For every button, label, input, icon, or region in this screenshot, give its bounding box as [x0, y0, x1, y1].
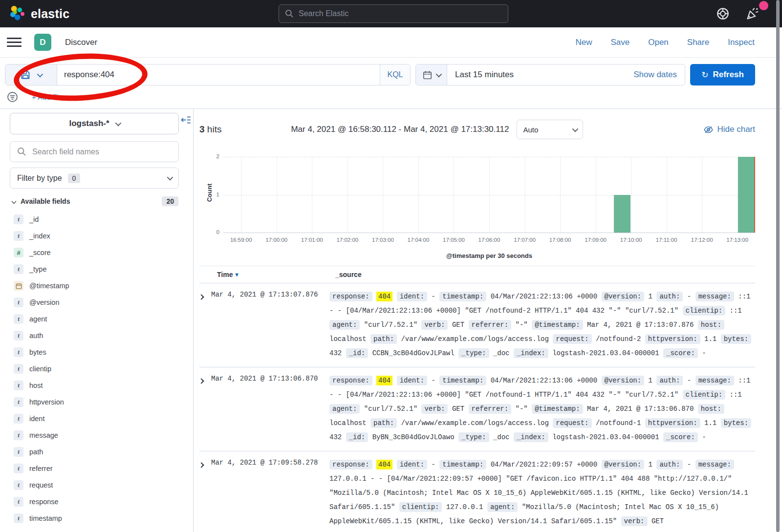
field-item-host[interactable]: thost	[0, 377, 193, 394]
source-value: "-"	[516, 321, 528, 329]
quick-select-time-button[interactable]	[416, 64, 447, 85]
new-button[interactable]: New	[575, 38, 592, 47]
field-item-referrer[interactable]: treferrer	[0, 460, 193, 477]
add-filter-button[interactable]: + Add filter	[32, 93, 66, 101]
source-field-badge: request:	[553, 418, 591, 428]
expand-row-icon[interactable]	[199, 458, 211, 529]
refresh-icon: ↻	[701, 70, 708, 80]
open-button[interactable]: Open	[648, 38, 669, 47]
field-item-version[interactable]: t@version	[0, 294, 193, 311]
field-search-input[interactable]: Search field names	[10, 141, 179, 162]
share-button[interactable]: Share	[687, 38, 709, 47]
source-value: localhost	[329, 419, 367, 427]
time-range-display[interactable]: Last 15 minutes	[447, 70, 626, 80]
source-field-badge: bytes:	[721, 334, 751, 344]
available-fields-count-badge: 20	[162, 196, 178, 206]
source-field-badge: verb:	[421, 404, 448, 414]
source-field-badge: @timestamp:	[532, 320, 583, 330]
source-value: 1	[649, 377, 652, 384]
field-item-httpversion[interactable]: thttpversion	[0, 394, 193, 410]
x-tick-label: 17:03:00	[372, 237, 394, 243]
show-dates-button[interactable]: Show dates	[626, 70, 685, 80]
chart-plot-area[interactable]: 012	[223, 157, 755, 233]
field-item-type[interactable]: t_type	[0, 261, 193, 277]
source-field-badge: auth:	[656, 376, 683, 385]
field-item-timestamp[interactable]: @timestamp	[0, 277, 193, 294]
field-item-id[interactable]: t_id	[0, 211, 193, 228]
filter-menu-icon[interactable]	[7, 91, 18, 103]
histogram-bar[interactable]	[614, 195, 630, 233]
content-layout: logstash-* Search field names Filter by …	[0, 109, 782, 532]
chevron-down-icon	[167, 174, 174, 181]
field-type-icon: t	[14, 264, 23, 274]
field-name: timestamp	[29, 514, 62, 522]
field-item-clientip[interactable]: tclientip	[0, 361, 193, 377]
refresh-button[interactable]: ↻ Refresh	[690, 64, 755, 85]
fields-sidebar: logstash-* Search field names Filter by …	[0, 109, 194, 532]
table-row: Mar 4, 2021 @ 17:13:07.876response: 404 …	[199, 283, 755, 367]
y-tick-label: 0	[209, 229, 219, 235]
query-string-input[interactable]: response:404	[57, 64, 380, 85]
filter-by-type-select[interactable]: Filter by type 0	[10, 168, 179, 189]
field-type-icon: t	[14, 231, 23, 241]
highlighted-value: 404	[376, 376, 392, 385]
source-field-badge: auth:	[656, 460, 683, 469]
source-field-badge: @version:	[602, 292, 645, 301]
field-item-bytes[interactable]: tbytes	[0, 344, 193, 361]
query-input[interactable]: response:404 KQL	[5, 64, 411, 85]
news-party-popper-icon[interactable]	[746, 7, 760, 21]
source-value: 04/Mar/2021:22:09:57 +0000	[491, 461, 597, 468]
eye-slash-icon	[704, 125, 713, 134]
field-item-index[interactable]: t_index	[0, 228, 193, 244]
source-field-badge: _score:	[663, 348, 698, 358]
breadcrumb: Discover	[65, 38, 97, 47]
source-field-badge: @timestamp:	[532, 404, 583, 414]
expand-row-icon[interactable]	[199, 290, 211, 361]
source-value: /notfound-1	[596, 419, 641, 427]
help-icon[interactable]	[717, 7, 729, 20]
field-item-path[interactable]: tpath	[0, 444, 193, 460]
saved-query-menu-button[interactable]	[5, 64, 57, 85]
global-search-input[interactable]: Search Elastic	[279, 4, 508, 23]
chevron-down-icon	[11, 199, 16, 204]
collapse-sidebar-button[interactable]	[181, 115, 191, 127]
expand-row-icon[interactable]	[199, 374, 211, 445]
query-language-button[interactable]: KQL	[380, 64, 410, 85]
histogram-bar[interactable]	[738, 157, 755, 233]
source-field-badge: clientip:	[399, 502, 442, 512]
table-row: Mar 4, 2021 @ 17:13:06.870response: 404 …	[199, 367, 755, 451]
field-item-auth[interactable]: tauth	[0, 327, 193, 344]
source-value: _doc	[493, 349, 510, 357]
x-tick-label: 17:09:00	[585, 237, 607, 243]
field-item-ident[interactable]: tident	[0, 410, 193, 427]
source-value: 1.1	[704, 335, 717, 343]
hide-chart-button[interactable]: Hide chart	[704, 125, 755, 134]
interval-select[interactable]: Auto	[517, 120, 583, 139]
field-item-timestamp[interactable]: ttimestamp	[0, 510, 193, 527]
available-fields-header[interactable]: Available fields 20	[12, 196, 178, 206]
field-item-response[interactable]: tresponse	[0, 493, 193, 510]
source-value: -	[687, 293, 691, 300]
results-table-header: Time ▾ _source	[199, 266, 755, 283]
vertical-scrollbar[interactable]	[776, 0, 780, 532]
save-button[interactable]: Save	[610, 38, 630, 47]
x-tick-label: 17:00:00	[265, 237, 287, 243]
time-column-header[interactable]: Time ▾	[217, 271, 335, 278]
search-icon	[17, 147, 26, 156]
field-item-score[interactable]: #_score	[0, 244, 193, 261]
source-value: 432	[329, 349, 342, 357]
field-item-agent[interactable]: tagent	[0, 311, 193, 327]
field-item-request[interactable]: trequest	[0, 477, 193, 493]
field-item-message[interactable]: tmessage	[0, 427, 193, 444]
index-pattern-selector[interactable]: logstash-*	[10, 113, 179, 134]
menu-icon[interactable]	[7, 35, 22, 50]
field-type-icon: t	[14, 364, 23, 374]
source-value: 1.1	[704, 419, 717, 427]
source-field-badge: _type:	[458, 348, 489, 358]
elastic-home-link[interactable]: elastic	[8, 5, 69, 23]
field-type-icon: t	[14, 414, 23, 424]
inspect-button[interactable]: Inspect	[728, 38, 755, 47]
source-field-badge: agent:	[329, 404, 360, 414]
x-tick-label: 17:05:00	[443, 237, 465, 243]
field-name: httpversion	[29, 398, 64, 406]
